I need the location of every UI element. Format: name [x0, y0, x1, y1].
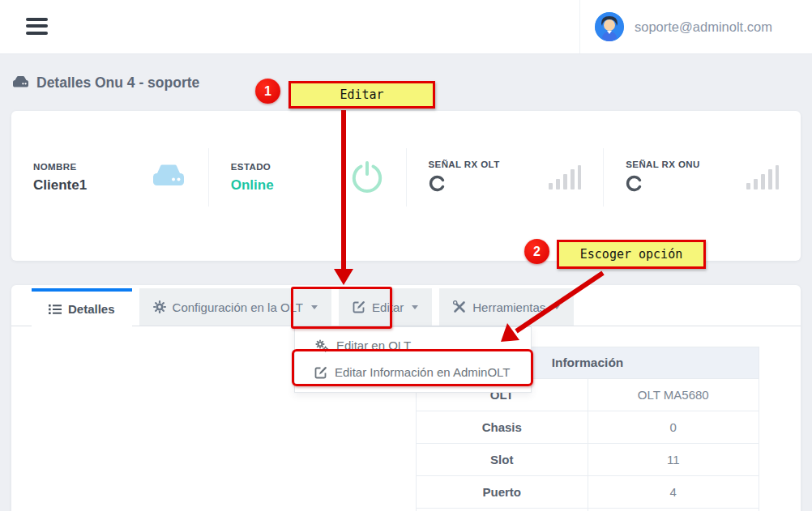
- table-row: Slot 11: [417, 444, 759, 476]
- step-1-label: Editar: [288, 81, 435, 109]
- stat-senal-rx-onu: SEÑAL RX ONU: [604, 148, 801, 207]
- adminolt-onu-details-screen: soporte@adminolt.com Detalles Onu 4 - so…: [0, 0, 812, 511]
- loading-spinner-icon: [626, 175, 700, 195]
- stat-label: SEÑAL RX OLT: [429, 160, 500, 169]
- hamburger-menu-icon[interactable]: [26, 15, 49, 36]
- table-row: Puerto 4: [417, 476, 759, 509]
- annotation-outline-editar-tab: [291, 287, 392, 329]
- top-navbar: soporte@adminolt.com: [0, 0, 812, 54]
- user-email: soporte@adminolt.com: [635, 19, 772, 35]
- chevron-down-icon: [412, 305, 418, 309]
- stat-label: NOMBRE: [33, 162, 87, 172]
- onu-status-card: NOMBRE Cliente1 ESTADO Online SEÑAL: [11, 111, 801, 261]
- table-row: Serial 48575443-B5931534-H98: [417, 509, 759, 511]
- page-title: Detalles Onu 4 - soporte: [12, 75, 199, 92]
- gear-icon: [153, 300, 166, 313]
- user-menu[interactable]: soporte@adminolt.com: [579, 0, 812, 53]
- power-icon: [350, 160, 384, 194]
- onu-details-card: Detalles: [11, 285, 801, 511]
- step-2-badge: 2: [524, 239, 549, 264]
- tools-icon: [453, 300, 466, 313]
- tab-detalles[interactable]: Detalles: [32, 288, 132, 326]
- user-avatar: [595, 12, 624, 41]
- stat-label: SEÑAL RX ONU: [626, 160, 700, 169]
- annotation-outline-dropdown-item: [292, 349, 533, 386]
- step-1-badge: 1: [255, 79, 280, 104]
- table-row: Chasis 0: [417, 411, 759, 444]
- signal-bars-icon: [545, 163, 581, 192]
- stat-senal-rx-olt: SEÑAL RX OLT: [407, 148, 605, 207]
- tab-herramientas[interactable]: Herramientas: [439, 288, 574, 326]
- router-icon: [151, 164, 186, 191]
- hdd-icon: [12, 75, 29, 92]
- stat-label: ESTADO: [231, 162, 274, 172]
- list-icon: [49, 304, 62, 315]
- loading-spinner-icon: [429, 175, 500, 195]
- stat-value: Cliente1: [33, 177, 87, 194]
- stat-value-online: Online: [231, 177, 274, 194]
- tab-bar: Detalles: [11, 285, 801, 326]
- signal-bars-icon: [743, 163, 779, 192]
- chevron-down-icon: [553, 305, 560, 309]
- stat-nombre: NOMBRE Cliente1: [11, 148, 209, 207]
- stat-estado: ESTADO Online: [209, 148, 407, 207]
- step-2-label: Escoger opción: [557, 240, 706, 269]
